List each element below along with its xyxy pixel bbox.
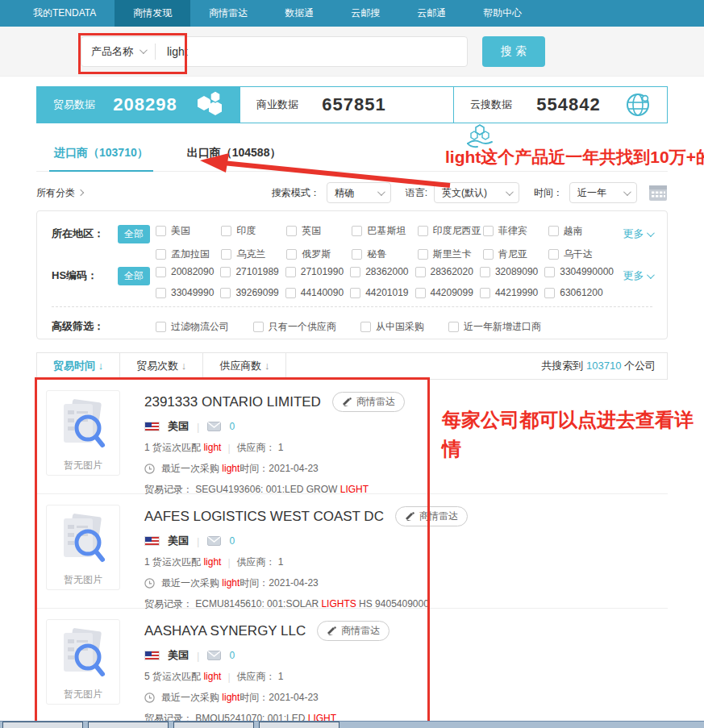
checkbox[interactable] [156,322,166,332]
checkbox[interactable] [221,226,231,236]
checkbox[interactable] [483,226,494,236]
nav-item-business-radar[interactable]: 商情雷达 [190,0,266,27]
search-field-select[interactable]: 产品名称 [81,44,155,59]
hs-option[interactable]: 27101989 [220,266,285,277]
region-option[interactable]: 乌克兰 [221,248,286,261]
region-option[interactable]: 肯尼亚 [483,248,548,261]
nav-item-my-tendata[interactable]: 我的TENDATA [15,0,115,27]
hs-option[interactable]: 44201019 [350,287,414,298]
hs-option[interactable]: 44209099 [415,287,480,298]
region-option[interactable]: 英国 [286,224,352,238]
advanced-option[interactable]: 近一年新增进口商 [448,319,541,334]
hs-option[interactable]: 33049990 [156,287,220,298]
region-option[interactable]: 菲律宾 [483,224,548,238]
bottom-sheet-tab[interactable] [259,722,340,728]
radar-button[interactable]: 商情雷达 [317,621,389,641]
hs-option[interactable]: 44219990 [480,287,544,298]
checkbox[interactable] [415,267,426,277]
region-more-link[interactable]: 更多 [614,224,652,261]
radar-button[interactable]: 商情雷达 [332,392,405,412]
advanced-option[interactable]: 只有一个供应商 [253,319,336,334]
search-mode-select[interactable]: 精确 [327,182,391,203]
checkbox[interactable] [350,267,360,277]
checkbox[interactable] [220,267,231,277]
search-input[interactable]: light [156,45,199,58]
checkbox[interactable] [221,249,231,260]
hs-option[interactable]: 63061200 [544,287,614,298]
hs-option[interactable]: 28362000 [350,266,414,277]
checkbox[interactable] [548,249,559,260]
checkbox[interactable] [483,249,494,260]
region-option[interactable]: 巴基斯坦 [352,224,417,238]
hs-option[interactable]: 28362020 [415,266,480,277]
region-option[interactable]: 斯里兰卡 [418,248,483,261]
sort-trade-time[interactable]: 贸易时间 ↓ [37,353,120,379]
sort-supplier-count[interactable]: 供应商数 ↓ [203,353,286,379]
checkbox[interactable] [544,267,555,277]
hs-option[interactable]: 39269099 [220,287,285,298]
nav-item-cloud-mail-search[interactable]: 云邮搜 [332,0,398,27]
hs-option[interactable]: 44140090 [285,287,350,298]
checkbox[interactable] [544,288,555,298]
company-card[interactable]: 暂无图片 AAFES LOGISTICS WEST COAST DC 商情雷达 … [36,494,668,609]
checkbox[interactable] [415,288,426,298]
checkbox[interactable] [253,322,264,332]
sort-trade-count[interactable]: 贸易次数 ↓ [120,353,203,379]
nav-item-cloud-mail[interactable]: 云邮通 [398,0,464,27]
checkbox[interactable] [352,226,362,236]
region-option[interactable]: 秘鲁 [352,248,417,261]
checkbox[interactable] [418,249,428,260]
stat-business-data[interactable]: 商业数据 657851 [240,87,454,123]
stat-trade-data[interactable]: 贸易数据 208298 [37,87,240,123]
nav-item-data-link[interactable]: 数据通 [266,0,332,27]
time-select[interactable]: 近一年 [569,182,637,203]
hs-option[interactable]: 3304990000 [544,266,614,277]
region-option[interactable]: 越南 [548,224,614,238]
radar-button[interactable]: 商情雷达 [395,506,468,526]
nav-item-help-center[interactable]: 帮助中心 [464,0,540,27]
calendar-icon[interactable] [648,184,668,202]
checkbox[interactable] [352,249,362,260]
checkbox[interactable] [156,288,166,298]
tab-exporters[interactable]: 出口商（104588） [187,139,281,171]
checkbox[interactable] [350,288,360,298]
advanced-option[interactable]: 从中国采购 [360,319,424,334]
checkbox[interactable] [480,288,490,298]
checkbox[interactable] [548,226,559,236]
region-option[interactable]: 印度 [221,224,286,238]
region-option[interactable]: 印度尼西亚 [418,224,483,238]
region-option[interactable]: 孟加拉国 [156,248,221,261]
stat-cloud-data[interactable]: 云搜数据 554842 [454,87,667,123]
checkbox[interactable] [418,226,428,236]
region-option[interactable]: 俄罗斯 [286,248,352,261]
checkbox[interactable] [448,322,459,332]
company-name[interactable]: 2391333 ONTARIO LIMITED [144,394,321,410]
checkbox[interactable] [480,267,490,277]
checkbox[interactable] [285,288,296,298]
envelope-icon[interactable] [207,536,221,546]
bottom-sheet-tab[interactable] [88,722,169,728]
hs-option[interactable]: 32089090 [480,266,544,277]
bottom-sheet-tab[interactable] [173,722,254,728]
checkbox[interactable] [286,249,297,260]
envelope-icon[interactable] [207,422,221,431]
checkbox[interactable] [360,322,371,332]
region-option[interactable]: 美国 [156,224,221,238]
company-name[interactable]: AAFES LOGISTICS WEST COAST DC [144,509,384,525]
checkbox[interactable] [285,267,296,277]
region-all-button[interactable]: 全部 [118,225,150,243]
hs-option[interactable]: 27101990 [285,266,350,277]
advanced-option[interactable]: 过滤物流公司 [156,319,229,334]
language-select[interactable]: 英文(默认) [434,182,519,203]
nav-item-business-discovery[interactable]: 商情发现 [115,0,190,27]
company-name[interactable]: AASHAYA SYNERGY LLC [144,623,306,639]
checkbox[interactable] [156,267,166,277]
search-button[interactable]: 搜 索 [482,36,545,67]
checkbox[interactable] [156,249,166,260]
region-option[interactable]: 乌干达 [548,248,614,261]
tab-importers[interactable]: 进口商（103710） [54,139,148,171]
checkbox[interactable] [156,226,166,236]
hs-more-link[interactable]: 更多 [614,266,652,298]
checkbox[interactable] [286,226,297,236]
checkbox[interactable] [220,288,231,298]
